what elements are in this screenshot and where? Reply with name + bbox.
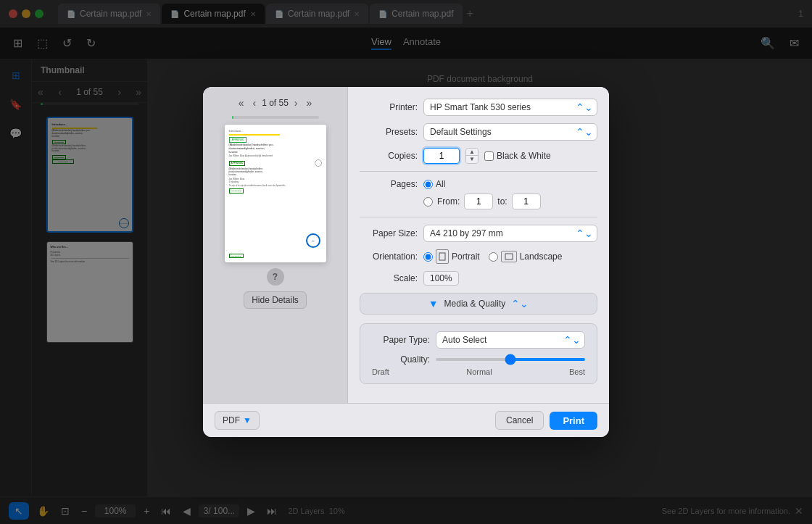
presets-select-wrapper: Default Settings ⌃⌄ [423,123,597,141]
pages-label: Pages: [360,179,418,189]
preview-progress [232,116,319,119]
paper-size-select[interactable]: A4 210 by 297 mm [423,225,597,242]
pages-from-to-row: From: to: [423,194,597,209]
pages-to-label: to: [497,196,507,207]
pdf-button[interactable]: PDF ▼ [215,411,260,430]
printer-select-wrapper: HP Smart Tank 530 series ⌃⌄ [423,99,597,116]
copies-input[interactable] [423,148,460,164]
portrait-radio[interactable] [423,252,433,262]
quality-draft-label: Draft [372,367,389,376]
media-quality-section: Paper Type: Auto Select ⌃⌄ Quality: [360,323,597,384]
bw-checkbox[interactable] [484,151,494,161]
pdf-label: PDF [223,415,240,425]
preview-nav: « ‹ 1 of 55 › » [209,96,341,110]
portrait-icon [436,249,449,264]
dialog-main: « ‹ 1 of 55 › » Introduce... APPROVED (M… [203,87,609,403]
quality-labels: Draft Normal Best [360,367,597,376]
landscape-label: Landscape [520,251,563,262]
thumb-content: Introduce... APPROVED (Middelnederlandse… [229,129,322,194]
svg-rect-0 [439,253,445,260]
print-dialog: « ‹ 1 of 55 › » Introduce... APPROVED (M… [203,87,609,437]
printer-label: Printer: [360,102,418,112]
dialog-overlay: « ‹ 1 of 55 › » Introduce... APPROVED (M… [0,0,812,524]
orientation-row: Orientation: Portrait [360,249,597,264]
printer-row: Printer: HP Smart Tank 530 series ⌃⌄ [360,99,597,116]
pages-to-input[interactable] [512,194,541,209]
preview-page-info: 1 of 55 [262,98,289,108]
paper-type-select-wrapper: Auto Select ⌃⌄ [436,331,585,349]
pages-all-label: All [436,179,445,189]
media-quality-section-header[interactable]: ▼ Media & Quality ⌃⌄ [360,293,597,315]
preview-progress-bar [232,116,233,119]
orientation-options: Portrait Landscape [423,249,597,264]
paper-type-label: Paper Type: [372,335,430,345]
svg-rect-1 [505,254,513,259]
pages-section: Pages: All From: [360,179,597,209]
pages-from-label: From: [437,196,460,207]
media-quality-label: Media & Quality [444,299,506,309]
copies-controls: ▲ ▼ Black & White [423,148,597,164]
preview-first-button[interactable]: « [236,96,247,110]
copies-label: Copies: [360,151,418,161]
media-quality-chevron-right-icon: ⌃⌄ [511,298,529,309]
bw-checkbox-label: Black & White [484,151,551,161]
quality-best-label: Best [569,367,585,376]
landscape-icon [501,251,517,262]
portrait-option[interactable]: Portrait [423,249,480,264]
paper-type-row: Paper Type: Auto Select ⌃⌄ [360,331,597,349]
scale-row: Scale: 100% [360,271,597,286]
preview-next-button[interactable]: › [291,96,301,110]
copies-up-button[interactable]: ▲ [466,149,478,156]
dialog-form-panel: Printer: HP Smart Tank 530 series ⌃⌄ Pre… [348,87,609,403]
preview-prev-button[interactable]: ‹ [249,96,259,110]
quality-row: Quality: [360,354,597,365]
copies-stepper: ▲ ▼ [465,148,478,164]
presets-label: Presets: [360,127,418,137]
print-button[interactable]: Print [550,412,597,430]
presets-select[interactable]: Default Settings [423,123,597,141]
bw-label: Black & White [497,151,551,161]
paper-size-select-wrapper: A4 210 by 297 mm ⌃⌄ [423,225,597,242]
pdf-dropdown-icon: ▼ [243,415,252,425]
cancel-button[interactable]: Cancel [495,411,544,430]
orientation-label: Orientation: [360,251,418,262]
dialog-page-thumbnail: Introduce... APPROVED (Middelnederlandse… [225,125,326,262]
scale-label: Scale: [360,273,418,283]
paper-size-row: Paper Size: A4 210 by 297 mm ⌃⌄ [360,225,597,242]
divider-1 [360,171,597,172]
quality-normal-label: Normal [466,367,492,376]
pages-radio-options: All [423,179,445,189]
pages-all-radio[interactable] [423,180,433,189]
pages-from-radio[interactable] [423,197,433,207]
copies-down-button[interactable]: ▼ [466,156,478,163]
landscape-option[interactable]: Landscape [489,251,563,262]
portrait-label: Portrait [452,251,480,262]
paper-size-label: Paper Size: [360,228,418,238]
help-button[interactable]: ? [267,268,284,286]
stamp-circle: APPR [306,233,320,248]
printer-select[interactable]: HP Smart Tank 530 series [423,99,597,116]
scale-value: 100% [423,271,459,286]
quality-slider[interactable] [436,358,585,361]
divider-2 [360,217,597,217]
dialog-preview-panel: « ‹ 1 of 55 › » Introduce... APPROVED (M… [203,87,348,403]
pages-all-row: Pages: All [360,179,597,189]
media-quality-chevron-icon: ▼ [428,298,439,309]
preview-last-button[interactable]: » [304,96,315,110]
hide-details-button[interactable]: Hide Details [244,291,307,309]
pages-all-option[interactable]: All [423,179,445,189]
presets-row: Presets: Default Settings ⌃⌄ [360,123,597,141]
pages-from-input[interactable] [464,194,493,209]
landscape-radio[interactable] [489,252,498,262]
pages-from-option[interactable] [423,197,433,207]
quality-label: Quality: [372,354,430,365]
dialog-footer: PDF ▼ Cancel Print [203,403,609,437]
copies-row: Copies: ▲ ▼ Black & White [360,148,597,164]
paper-type-select[interactable]: Auto Select [436,331,585,349]
